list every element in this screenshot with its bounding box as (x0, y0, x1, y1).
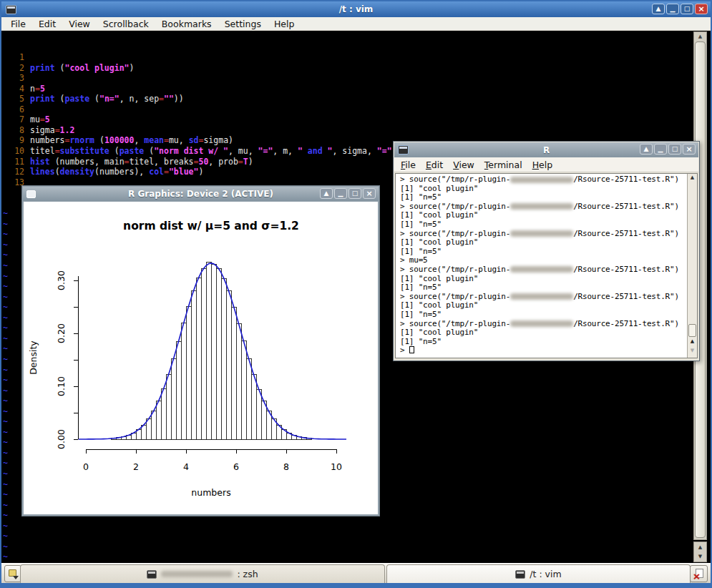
r-console-window-controls: ▲▁□× (640, 144, 696, 155)
r-console-line: > (396, 346, 686, 356)
svg-text:2: 2 (133, 461, 139, 472)
r-graphics-window: R Graphics: Device 2 (ACTIVE) ▲▁□× norm … (21, 185, 380, 516)
svg-text:0.30: 0.30 (56, 270, 67, 290)
keep-above-button[interactable]: ▲ (640, 144, 653, 155)
svg-text:8: 8 (283, 461, 289, 472)
close-icon: × (693, 572, 701, 581)
vim-empty-line: ~ (1, 531, 711, 542)
scroll-up-icon[interactable]: ▲ (688, 338, 697, 348)
svg-text:0.00: 0.00 (56, 429, 67, 449)
r-console-line: [1] "n=5" (396, 220, 686, 230)
terminal-icon (147, 570, 157, 579)
svg-text:4: 4 (183, 461, 189, 472)
vim-empty-line: ~ (1, 552, 711, 562)
konsole-menubar: FileEditViewScrollbackBookmarksSettingsH… (1, 17, 711, 31)
menu-item-help[interactable]: Help (268, 19, 301, 29)
r-console-titlebar[interactable]: R ▲▁□× (394, 142, 698, 157)
konsole-app-icon (6, 5, 16, 14)
redacted-text (510, 320, 573, 327)
r-console-line: > source("/tmp/r-plugin-/Rsource-25711-t… (396, 265, 686, 275)
scroll-up-icon[interactable]: ▲ (694, 32, 706, 41)
menu-item-file[interactable]: File (399, 160, 424, 170)
tab-label: : zsh (237, 569, 258, 579)
svg-text:Density: Density (28, 340, 39, 375)
maximize-button[interactable]: □ (668, 144, 681, 155)
vim-empty-line: ~ (1, 521, 711, 531)
terminal-cursor (409, 346, 414, 353)
tab-zsh[interactable]: : zsh (20, 564, 385, 583)
tab-vim[interactable]: /t : vim (386, 564, 691, 583)
redacted-text (510, 293, 573, 300)
keep-above-button[interactable]: ▲ (320, 188, 333, 199)
terminal-icon (515, 570, 525, 579)
svg-text:10: 10 (331, 461, 342, 472)
konsole-window-controls: ▲▁□× (652, 4, 708, 14)
scroll-down-icon[interactable]: ▼ (688, 348, 697, 357)
tab-label: /t : vim (530, 569, 561, 579)
r-console-line: [1] "n=5" (396, 283, 686, 293)
close-button[interactable]: × (363, 188, 376, 199)
menu-item-edit[interactable]: Edit (32, 19, 62, 29)
redacted-text (510, 203, 573, 210)
konsole-tabbar: : zsh /t : vim × (1, 563, 711, 583)
r-console-line: [1] "cool plugin" (396, 238, 686, 248)
chevron-down-icon (13, 576, 19, 579)
r-console-scrollbar[interactable]: ▲ ▲ ▼ (687, 174, 697, 358)
vim-line: 1 (1, 52, 711, 63)
r-console-lines: > source("/tmp/r-plugin-/Rsource-25711-t… (396, 175, 686, 356)
menu-item-settings[interactable]: Settings (218, 19, 268, 29)
menu-item-help[interactable]: Help (530, 160, 561, 170)
vim-line: 8sigma=1.2 (1, 125, 711, 136)
vim-line: 2print ("cool plugin") (1, 63, 711, 74)
svg-text:0: 0 (83, 461, 89, 472)
r-scrollbar-thumb[interactable] (688, 324, 696, 337)
scroll-up-icon[interactable]: ▲ (688, 174, 697, 181)
r-console-line: [1] "n=5" (396, 248, 686, 257)
svg-text:0.20: 0.20 (56, 323, 67, 343)
vim-line: 7mu=5 (1, 114, 711, 125)
vim-line: 6 (1, 104, 711, 115)
scroll-up-icon[interactable]: ▲ (698, 544, 702, 550)
r-console-line: > source("/tmp/r-plugin-/Rsource-25711-t… (396, 175, 686, 185)
menu-item-bookmarks[interactable]: Bookmarks (155, 19, 218, 29)
konsole-scrollbar-buttons[interactable]: ▲ ▼ (693, 542, 707, 562)
redacted-text (161, 571, 233, 577)
vim-empty-line: ~ (1, 542, 711, 552)
konsole-titlebar[interactable]: /t : vim ▲▁□× (1, 1, 711, 17)
window-icon (26, 190, 36, 198)
menu-item-file[interactable]: File (4, 19, 32, 29)
maximize-button[interactable]: □ (681, 4, 693, 14)
svg-text:6: 6 (233, 461, 239, 472)
new-tab-button[interactable] (4, 565, 21, 582)
vim-line: 5print (paste ("n=", n, sep="")) (1, 94, 711, 104)
menu-item-terminal[interactable]: Terminal (482, 160, 530, 170)
konsole-window-title: /t : vim (1, 4, 711, 14)
redacted-text (510, 177, 573, 183)
r-console-output[interactable]: > source("/tmp/r-plugin-/Rsource-25711-t… (395, 173, 698, 358)
menu-item-scrollback[interactable]: Scrollback (97, 19, 155, 29)
vim-line: 3 (1, 73, 711, 84)
plot-canvas: norm dist w/ μ=5 and σ=1.20246810numbers… (24, 202, 378, 514)
scroll-down-icon[interactable]: ▼ (698, 554, 702, 559)
minimize-button[interactable]: ▁ (654, 144, 667, 155)
minimize-button[interactable]: ▁ (666, 4, 679, 14)
r-graphics-window-controls: ▲▁□× (320, 188, 376, 199)
r-console-line: [1] "n=5" (396, 193, 686, 202)
keep-above-button[interactable]: ▲ (652, 4, 665, 14)
close-button[interactable]: × (683, 144, 696, 155)
svg-text:numbers: numbers (191, 487, 230, 498)
close-session-button[interactable]: × (690, 565, 708, 582)
menu-item-view[interactable]: View (62, 19, 97, 29)
vim-line: 4n=5 (1, 84, 711, 94)
desktop: /t : vim ▲▁□× FileEditViewScrollbackBook… (0, 0, 712, 588)
menu-item-view[interactable]: View (451, 160, 482, 170)
close-button[interactable]: × (695, 4, 708, 14)
svg-text:0.10: 0.10 (56, 376, 67, 396)
r-graphics-titlebar[interactable]: R Graphics: Device 2 (ACTIVE) ▲▁□× (23, 187, 379, 201)
redacted-text (510, 266, 573, 273)
maximize-button[interactable]: □ (348, 188, 361, 199)
r-console-menubar: FileEditViewTerminalHelp (394, 157, 698, 172)
minimize-button[interactable]: ▁ (334, 188, 347, 199)
menu-item-edit[interactable]: Edit (424, 160, 451, 170)
r-console-line: [1] "n=5" (396, 338, 686, 347)
